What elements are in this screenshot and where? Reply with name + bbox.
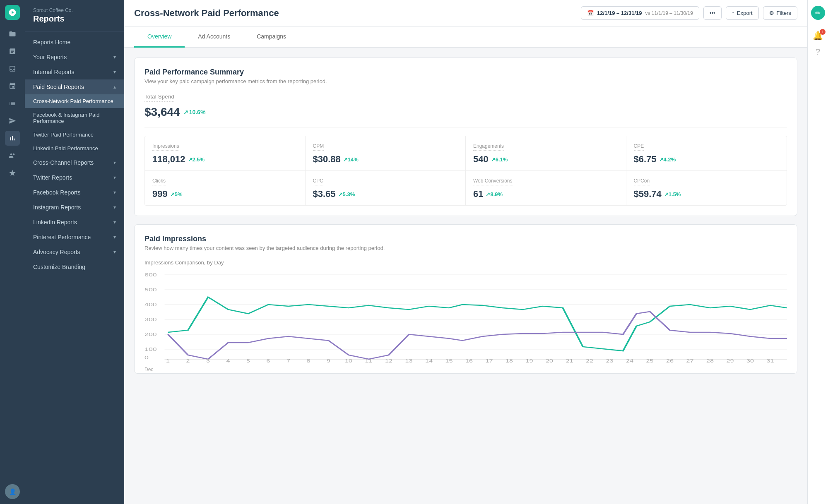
chart-label: Impressions Comparison, by Day (144, 259, 787, 266)
impressions-card: Paid Impressions Review how many times y… (134, 224, 797, 374)
cpm-change: ↗ 14% (343, 156, 359, 163)
sidebar-item-your-reports[interactable]: Your Reports ▾ (25, 50, 124, 65)
nav-icon-inbox[interactable] (5, 61, 20, 76)
svg-text:23: 23 (606, 359, 614, 363)
topbar: Cross-Network Paid Performance 📅 12/1/19… (124, 0, 807, 26)
cpcon-change: ↗ 1.5% (664, 191, 681, 197)
sidebar-item-linkedin-reports[interactable]: LinkedIn Reports ▾ (25, 215, 124, 230)
total-spend-label: Total Spend (144, 94, 174, 102)
summary-card: Paid Performance Summary View your key p… (134, 58, 797, 216)
nav-icon-send[interactable] (5, 113, 20, 128)
filters-button[interactable]: ⚙ Filters (763, 6, 797, 20)
metric-impressions: Impressions 118,012 ↗ 2.5% (145, 136, 306, 170)
sidebar-item-instagram-reports[interactable]: Instagram Reports ▾ (25, 200, 124, 215)
nav-icon-list[interactable] (5, 96, 20, 111)
metric-cpm: CPM $30.88 ↗ 14% (306, 136, 466, 170)
nav-label-pinterest-perf: Pinterest Performance (33, 234, 91, 240)
total-spend-change: ↗ 10.6% (183, 109, 206, 115)
svg-text:14: 14 (425, 359, 433, 363)
sidebar-sub-cross-network[interactable]: Cross-Network Paid Performance (25, 94, 124, 108)
chevron-linkedin-reports: ▾ (113, 219, 116, 225)
svg-text:28: 28 (706, 359, 714, 363)
chevron-internal-reports: ▾ (113, 69, 116, 75)
svg-text:31: 31 (767, 359, 774, 363)
nav-sub-label-cross-network: Cross-Network Paid Performance (33, 98, 113, 104)
sidebar-item-reports-home[interactable]: Reports Home (25, 35, 124, 50)
help-icon[interactable]: ? (816, 47, 820, 57)
nav-icon-chart[interactable] (5, 44, 20, 59)
sidebar-item-pinterest-perf[interactable]: Pinterest Performance ▾ (25, 230, 124, 245)
svg-text:27: 27 (686, 359, 694, 363)
content-tabs: Overview Ad Accounts Campaigns (124, 26, 807, 48)
ellipsis-icon: ••• (710, 10, 715, 16)
metric-cpcon: CPCon $59.74 ↗ 1.5% (626, 171, 787, 205)
sidebar-title: Reports (33, 14, 116, 24)
chevron-facebook-reports: ▾ (113, 190, 116, 195)
nav-icon-star[interactable] (5, 166, 20, 180)
web-conversions-value: 61 ↗ 8.9% (473, 189, 619, 199)
sidebar-item-internal-reports[interactable]: Internal Reports ▾ (25, 65, 124, 79)
export-button[interactable]: ↑ Export (726, 6, 759, 20)
main-content: Cross-Network Paid Performance 📅 12/1/19… (124, 0, 807, 504)
svg-text:8: 8 (307, 359, 310, 363)
svg-text:24: 24 (626, 359, 634, 363)
nav-icon-people[interactable] (5, 148, 20, 163)
cpc-change: ↗ 5.3% (338, 191, 355, 197)
svg-text:6: 6 (267, 359, 270, 363)
web-conversions-change: ↗ 8.9% (486, 191, 503, 197)
sidebar-item-facebook-reports[interactable]: Facebook Reports ▾ (25, 185, 124, 200)
engagements-label: Engagements (473, 143, 504, 151)
date-range-button[interactable]: 📅 12/1/19 – 12/31/19 vs 11/1/19 – 11/30/… (581, 6, 699, 20)
tab-overview[interactable]: Overview (134, 26, 185, 48)
sidebar-item-customize-branding[interactable]: Customize Branding (25, 259, 124, 274)
chevron-pinterest-perf: ▾ (113, 234, 116, 240)
svg-text:100: 100 (144, 347, 157, 352)
line-chart: 600 500 400 300 200 100 0 (144, 272, 787, 363)
notification-icon[interactable]: 🔔 1 (813, 31, 823, 41)
impressions-subtitle: Review how many times your content was s… (144, 245, 787, 251)
sidebar-sub-twitter-paid[interactable]: Twitter Paid Performance (25, 128, 124, 142)
chevron-instagram-reports: ▾ (113, 204, 116, 210)
nav-label-twitter-reports: Twitter Reports (33, 174, 72, 181)
nav-icon-folder[interactable] (5, 26, 20, 41)
nav-label-instagram-reports: Instagram Reports (33, 204, 81, 211)
svg-text:12: 12 (385, 359, 392, 363)
sidebar-sub-linkedin-paid[interactable]: LinkedIn Paid Performance (25, 142, 124, 155)
nav-icon-reports[interactable] (5, 131, 20, 146)
chevron-advocacy-reports: ▾ (113, 249, 116, 255)
nav-icon-pin[interactable] (5, 79, 20, 94)
nav-sub-label-twitter-paid: Twitter Paid Performance (33, 132, 94, 138)
summary-subtitle: View your key paid campaign performance … (144, 78, 787, 84)
sidebar-item-cross-channel[interactable]: Cross-Channel Reports ▾ (25, 155, 124, 170)
chevron-paid-social: ▴ (113, 84, 116, 90)
chart-area: 600 500 400 300 200 100 0 (144, 272, 787, 363)
nav-label-your-reports: Your Reports (33, 54, 67, 60)
sidebar-item-advocacy-reports[interactable]: Advocacy Reports ▾ (25, 245, 124, 259)
engagements-value: 540 ↗ 6.1% (473, 154, 619, 165)
app-logo (5, 5, 20, 20)
svg-text:16: 16 (465, 359, 473, 363)
svg-text:9: 9 (327, 359, 330, 363)
sidebar-nav: Reports Home Your Reports ▾ Internal Rep… (25, 31, 124, 504)
clicks-change: ↗ 5% (170, 191, 183, 197)
user-avatar[interactable]: 👤 (5, 484, 20, 499)
edit-icon[interactable]: ✏ (811, 6, 825, 20)
more-options-button[interactable]: ••• (703, 6, 722, 20)
svg-text:300: 300 (144, 317, 157, 322)
sidebar-item-twitter-reports[interactable]: Twitter Reports ▾ (25, 170, 124, 185)
svg-text:19: 19 (526, 359, 533, 363)
sidebar-header: Sprout Coffee Co. Reports (25, 0, 124, 31)
svg-text:29: 29 (727, 359, 734, 363)
sidebar-sub-fb-ig[interactable]: Facebook & Instagram Paid Performance (25, 108, 124, 128)
metric-engagements: Engagements 540 ↗ 6.1% (466, 136, 626, 170)
svg-text:0: 0 (144, 355, 149, 360)
metrics-row-2: Clicks 999 ↗ 5% CPC $3.65 ↗ 5.3% (145, 171, 787, 205)
web-conversions-label: Web Conversions (473, 178, 513, 185)
tab-ad-accounts[interactable]: Ad Accounts (185, 26, 243, 48)
summary-title: Paid Performance Summary (144, 68, 787, 77)
cpc-value: $3.65 ↗ 5.3% (313, 189, 458, 199)
sidebar-item-paid-social[interactable]: Paid Social Reports ▴ (25, 79, 124, 94)
svg-text:21: 21 (566, 359, 573, 363)
tab-campaigns[interactable]: Campaigns (243, 26, 299, 48)
date-comparison: vs 11/1/19 – 11/30/19 (645, 10, 693, 16)
